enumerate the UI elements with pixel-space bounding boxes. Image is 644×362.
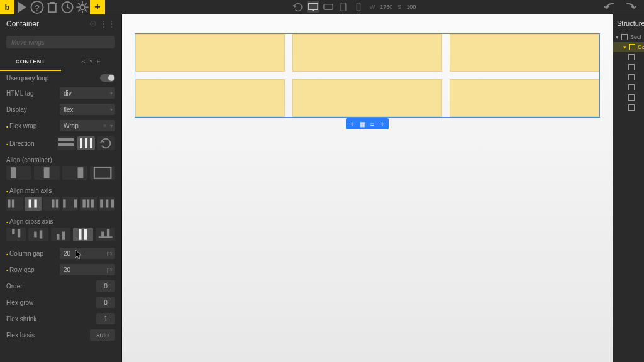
panel-title: Container [6, 19, 39, 28]
tree-child[interactable] [613, 62, 644, 72]
am-around[interactable] [80, 197, 96, 211]
ax-start[interactable] [6, 228, 26, 241]
selection-toolbar: + ▦ ≡ + [346, 118, 389, 129]
topbar-center-group: W 1760 S 100 [105, 1, 602, 13]
ac-start[interactable] [6, 166, 31, 180]
flex-basis-label: Flex basis [6, 332, 90, 339]
svg-rect-36 [62, 232, 65, 240]
topbar-left-group: b ? + [0, 0, 105, 14]
grid-item[interactable] [450, 79, 599, 117]
am-start[interactable] [6, 197, 23, 211]
am-between[interactable] [62, 197, 78, 211]
class-search-input[interactable]: Move wings [6, 36, 115, 48]
tablet-landscape-icon[interactable] [322, 1, 335, 13]
svg-rect-32 [18, 229, 20, 237]
panel-title-row: Container ⦾ ⋮⋮ [0, 14, 121, 33]
grid-item[interactable] [292, 79, 442, 117]
left-panel: Container ⦾ ⋮⋮ Move wings CONTENT STYLE … [0, 14, 122, 362]
direction-row-btn[interactable] [57, 136, 75, 150]
canvas[interactable]: + ▦ ≡ + [122, 14, 613, 362]
flex-wrap-label: Flex wrap [6, 123, 60, 129]
flex-shrink-input[interactable]: 1 [96, 313, 115, 324]
svg-rect-38 [84, 229, 87, 240]
order-input[interactable]: 0 [96, 280, 115, 292]
desktop-device-icon[interactable] [307, 1, 319, 13]
tree-child[interactable] [613, 52, 644, 62]
help-icon[interactable]: ? [30, 0, 45, 14]
ac-center[interactable] [34, 166, 59, 180]
svg-rect-14 [44, 167, 50, 178]
grip-icon[interactable]: ⋮⋮ [100, 19, 115, 28]
ax-center[interactable] [28, 228, 48, 241]
tree-child[interactable] [613, 92, 644, 102]
row-gap-input[interactable]: 20px [60, 264, 115, 275]
scale-value[interactable]: 100 [406, 4, 416, 10]
ac-end[interactable] [62, 166, 87, 180]
target-icon[interactable]: ⦾ [90, 19, 96, 28]
tree-section[interactable]: ▾Sect [613, 32, 644, 42]
tree-child[interactable] [613, 72, 644, 82]
play-icon[interactable] [14, 0, 30, 14]
sel-add-before-icon[interactable]: + [348, 121, 356, 128]
tree-child[interactable] [613, 82, 644, 92]
display-select[interactable]: flex▾ [60, 104, 115, 115]
grid-item[interactable] [292, 34, 442, 72]
direction-column-btn[interactable] [77, 136, 95, 150]
tablet-portrait-icon[interactable] [337, 1, 350, 13]
ac-stretch[interactable] [90, 166, 115, 180]
redo-icon[interactable] [623, 0, 638, 14]
tree-container[interactable]: ▾Co [613, 42, 644, 52]
add-element-button[interactable]: + [90, 0, 105, 14]
svg-rect-5 [324, 4, 333, 10]
svg-rect-8 [58, 138, 74, 141]
svg-rect-11 [85, 138, 87, 148]
ax-baseline[interactable] [96, 228, 115, 241]
sel-rows-icon[interactable]: ≡ [369, 121, 376, 128]
history-icon[interactable] [60, 0, 75, 14]
flex-basis-input[interactable]: auto [90, 329, 115, 341]
svg-rect-19 [29, 199, 31, 207]
flex-wrap-select[interactable]: Wrap×▾ [60, 120, 115, 131]
am-evenly[interactable] [99, 197, 115, 211]
html-tag-select[interactable]: div▾ [60, 87, 115, 99]
panel-tabs: CONTENT STYLE [0, 53, 121, 71]
selected-container[interactable]: + ▦ ≡ + [135, 33, 600, 118]
trash-icon[interactable] [45, 0, 60, 14]
sel-columns-icon[interactable]: ▦ [358, 121, 366, 128]
app-logo[interactable]: b [0, 0, 14, 14]
flex-grow-row: Flex grow 0 [0, 294, 121, 310]
grid-item[interactable] [450, 34, 599, 72]
html-tag-row: HTML tag div▾ [0, 85, 121, 101]
am-center[interactable] [25, 197, 41, 211]
query-loop-toggle[interactable] [100, 74, 115, 82]
topbar-right-group [602, 0, 644, 14]
tree-child[interactable] [613, 102, 644, 112]
sel-add-after-icon[interactable]: + [379, 121, 386, 128]
width-value[interactable]: 1760 [380, 4, 392, 10]
flex-grow-input[interactable]: 0 [96, 297, 115, 308]
svg-rect-16 [94, 167, 111, 178]
ax-end[interactable] [51, 228, 70, 241]
grid-item[interactable] [135, 34, 285, 72]
svg-rect-17 [8, 199, 10, 207]
query-loop-label: Use query loop [6, 75, 100, 82]
query-loop-row: Use query loop [0, 71, 121, 85]
refresh-icon[interactable] [292, 1, 304, 13]
direction-reverse-btn[interactable] [97, 136, 115, 150]
html-tag-label: HTML tag [6, 90, 60, 97]
svg-rect-37 [79, 229, 81, 240]
grid-item[interactable] [135, 79, 285, 117]
row-gap-label: Row gap [6, 266, 60, 273]
column-gap-input[interactable]: 20px [60, 248, 115, 259]
align-main-label: Align main axis [0, 184, 121, 195]
mobile-device-icon[interactable] [352, 1, 365, 13]
tab-style[interactable]: STYLE [61, 53, 122, 71]
ax-stretch[interactable] [73, 228, 92, 241]
column-gap-label: Column gap [6, 250, 60, 257]
tab-content[interactable]: CONTENT [0, 53, 61, 71]
svg-rect-4 [309, 3, 318, 9]
order-row: Order 0 [0, 278, 121, 294]
undo-icon[interactable] [602, 0, 618, 14]
am-end[interactable] [43, 197, 60, 211]
settings-icon[interactable] [75, 0, 90, 14]
